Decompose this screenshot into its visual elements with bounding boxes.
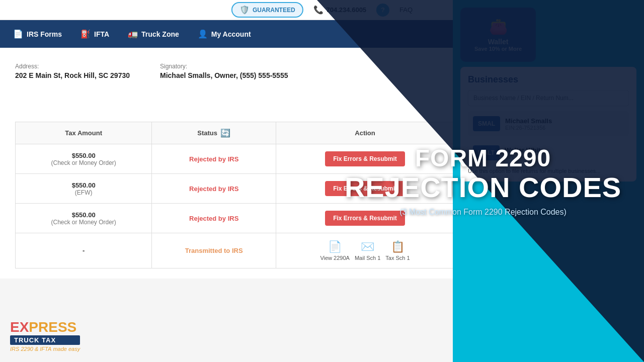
tax-amount-cell: $550.00 (EFW) <box>16 174 152 204</box>
business-list-item[interactable]: SMAL Michael Smalls EIN:26-7521356 <box>468 111 629 136</box>
signatory-value: Michael Smalls, Owner, (555) 555-5555 <box>160 71 288 79</box>
tax-sch1-button[interactable]: 📋 Tax Sch 1 <box>385 240 410 261</box>
signatory-block: Signatory: Michael Smalls, Owner, (555) … <box>160 63 288 79</box>
phone-icon: 📞 <box>313 5 324 15</box>
right-panel: 👛 Wallet Save 10% or More Businesses SMA… <box>453 0 644 362</box>
guaranteed-badge: 🛡️ GUARANTEED <box>231 2 303 18</box>
nav-label-irs-forms: IRS Forms <box>27 30 62 38</box>
multi-filing-text: Use this option to file returns for mult… <box>468 168 629 174</box>
action-icons: 📄 View 2290A ✉️ Mail Sch 1 📋 Tax Sch 1 <box>284 240 446 261</box>
wallet-label: Wallet <box>470 38 526 46</box>
nav-item-truck-zone[interactable]: 🚛 Truck Zone <box>120 25 187 43</box>
mail-sch1-button[interactable]: ✉️ Mail Sch 1 <box>355 240 380 261</box>
business-list-item[interactable]: WALT Walter White EIN:... <box>468 140 629 165</box>
rejected-status-link[interactable]: Rejected by IRS <box>189 185 238 193</box>
businesses-section: Businesses SMAL Michael Smalls EIN:26-75… <box>460 67 636 182</box>
logo-truck-tax: TRUCK TAX <box>10 335 80 345</box>
document-icon: 📄 <box>328 240 342 253</box>
transmitted-status[interactable]: Transmitted to IRS <box>185 247 243 254</box>
businesses-title: Businesses <box>468 74 629 85</box>
status-cell: Rejected by IRS <box>152 204 276 233</box>
account-icon: 👤 <box>198 29 208 39</box>
irs-forms-icon: 📄 <box>13 29 23 39</box>
nav-item-ifta[interactable]: ⛽ IFTA <box>72 25 117 43</box>
logo-press: PRESS <box>29 319 76 335</box>
fix-errors-button[interactable]: Fix Errors & Resubmit <box>325 211 405 226</box>
nav-item-my-account[interactable]: 👤 My Account <box>190 25 259 43</box>
nav-label-truck-zone: Truck Zone <box>141 30 179 38</box>
nav-label-my-account: My Account <box>211 30 251 38</box>
guaranteed-label: GUARANTEED <box>253 7 295 14</box>
status-cell: Rejected by IRS <box>152 174 276 204</box>
ifta-icon: ⛽ <box>80 29 91 39</box>
wallet-save-text: Save 10% or More <box>470 46 526 52</box>
status-cell: Rejected by IRS <box>152 144 276 174</box>
col-header-tax-amount: Tax Amount <box>16 122 152 144</box>
action-cell: 📄 View 2290A ✉️ Mail Sch 1 📋 Tax Sch 1 <box>276 233 454 268</box>
logo-ex: EX <box>10 319 29 335</box>
logo-sub: IRS 2290 & IFTA made easy <box>10 346 80 352</box>
phone-number[interactable]: 704.234.6005 <box>327 6 367 14</box>
business-ein: EIN:... <box>505 154 544 160</box>
address-value: 202 E Main St, Rock Hill, SC 29730 <box>15 71 130 79</box>
tax-amount-cell: $550.00 (Check or Money Order) <box>16 144 152 174</box>
business-badge: WALT <box>473 145 500 160</box>
top-bar-center: 🛡️ GUARANTEED 📞 704.234.6005 ? FAQ <box>231 2 413 18</box>
business-badge: SMAL <box>473 116 500 131</box>
status-cell: Transmitted to IRS <box>152 233 276 268</box>
business-ein: EIN:26-7521356 <box>505 125 552 131</box>
address-label: Address: <box>15 63 130 70</box>
rejected-status-link[interactable]: Rejected by IRS <box>189 155 238 163</box>
shield-icon: 🛡️ <box>239 5 250 15</box>
col-header-action: Action <box>276 122 454 144</box>
address-block: Address: 202 E Main St, Rock Hill, SC 29… <box>15 63 130 79</box>
wallet-icon: 👛 <box>470 18 526 35</box>
refresh-icon[interactable]: 🔄 <box>220 128 230 138</box>
faq-link[interactable]: FAQ <box>399 6 413 14</box>
action-cell: Fix Errors & Resubmit <box>276 174 454 204</box>
logo-area: EXPRESS TRUCK TAX IRS 2290 & IFTA made e… <box>10 319 80 352</box>
right-panel-inner: 👛 Wallet Save 10% or More Businesses SMA… <box>453 0 644 189</box>
business-name: Walter White <box>505 146 544 154</box>
help-button[interactable]: ? <box>376 4 389 17</box>
wallet-card[interactable]: 👛 Wallet Save 10% or More <box>460 8 536 62</box>
nav-item-irs-forms[interactable]: 📄 IRS Forms <box>5 25 70 43</box>
fix-errors-button[interactable]: Fix Errors & Resubmit <box>325 151 405 166</box>
tax-amount-cell: - <box>16 233 152 268</box>
business-info: Walter White EIN:... <box>505 146 544 160</box>
mail-icon: ✉️ <box>361 240 374 253</box>
nav-label-ifta: IFTA <box>94 30 109 38</box>
col-header-status: Status 🔄 <box>152 122 276 144</box>
tax-amount-cell: $550.00 (Check or Money Order) <box>16 204 152 233</box>
fix-errors-button[interactable]: Fix Errors & Resubmit <box>325 181 405 196</box>
business-name: Michael Smalls <box>505 117 552 125</box>
business-search-input[interactable] <box>468 90 629 106</box>
tax-icon: 📋 <box>391 240 405 253</box>
signatory-label: Signatory: <box>160 63 288 70</box>
action-cell: Fix Errors & Resubmit <box>276 144 454 174</box>
rejected-status-link[interactable]: Rejected by IRS <box>189 215 238 222</box>
business-info: Michael Smalls EIN:26-7521356 <box>505 117 552 131</box>
action-cell: Fix Errors & Resubmit <box>276 204 454 233</box>
truck-icon: 🚛 <box>128 29 138 39</box>
phone-area: 📞 704.234.6005 <box>313 5 367 15</box>
view-2290a-button[interactable]: 📄 View 2290A <box>320 240 350 261</box>
